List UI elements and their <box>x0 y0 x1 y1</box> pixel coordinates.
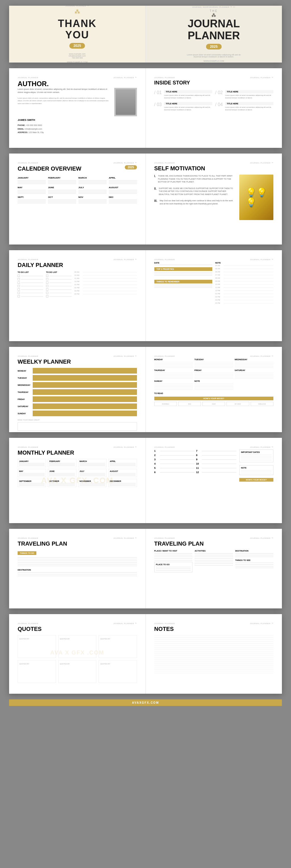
how-was-mood: HOW'S YOUR MOOD? <box>154 397 274 400</box>
todo-5 <box>18 288 43 290</box>
date-label: DATE <box>154 262 213 264</box>
cover-right-website: WWW.EXAMPLE.COM <box>203 60 224 62</box>
month-may: MAY <box>18 469 46 477</box>
cal-august: AUGUST <box>109 186 137 194</box>
weekly-r-monday: MONDAY <box>154 359 193 368</box>
todo-12 <box>46 288 72 290</box>
weekly-monday: MONDAY <box>18 368 137 374</box>
place-to-go-box: PLACE TO GO <box>154 562 193 572</box>
motivation-heading: SELF MOTIVATION <box>154 165 274 172</box>
quote-4: QUOTES BY <box>18 660 56 683</box>
time-col-left: 09 AM 10 AM 11 AM 12 PM 01 PM 02 PM 03 P… <box>74 271 137 298</box>
travel-right-page: Journal Planner JOURNAL PLANNER ™ TRAVEL… <box>146 529 282 609</box>
quotes-heading: QUOTES <box>18 626 137 632</box>
mood-horrible: HORRIBLE <box>154 402 177 406</box>
important-dates-label: IMPORTANT DATES <box>241 451 272 453</box>
inside-title-4: TITLE HERE <box>225 102 273 105</box>
todo-1 <box>18 275 43 277</box>
daily-heading: DAILY PLANNER <box>18 262 137 269</box>
inside-item-1: / 01 TITLE HERE Lorem ipsum dolor sit am… <box>154 90 213 99</box>
cal-july: JULY <box>78 186 106 194</box>
todo-2 <box>18 278 43 280</box>
todo-14 <box>46 295 72 298</box>
inside-desc-4: Lorem ipsum dolor sit amet consectetur a… <box>225 106 273 111</box>
spread-traveling: Journal Planner JOURNAL PLANNER ™ TRAVEL… <box>9 529 282 609</box>
todo-label-1: TO DO LIST <box>18 271 43 273</box>
quote-5: QUOTES BY <box>58 660 97 683</box>
month-december: DECEMBER <box>108 479 137 487</box>
todo-13 <box>46 292 72 294</box>
monthly-numbers-grid: 1 7 2 8 3 9 4 10 5 11 6 12 <box>154 450 237 474</box>
weekly-r-saturday: SATURDAY <box>235 369 274 379</box>
how-was-it-monthly: HOW'S YOUR MOOD? <box>239 478 273 482</box>
quote-3: QUOTES BY <box>99 635 137 658</box>
todo-3 <box>18 281 43 284</box>
how-was-mood-monthly: HOW'S YOUR MOOD? <box>239 478 273 482</box>
weekly-days-left: MONDAY TUESDAY WEDNESDAY THURSDAY FRIDAY… <box>18 368 137 431</box>
cover-left-website: WWW.EXAMPLE.COM <box>67 61 88 63</box>
remember-box: THINGS TO REMEMBER <box>154 280 213 283</box>
spread-calendar: Journal Planner JOURNAL PLANNER ™ CALEND… <box>9 154 282 245</box>
author-bio: Lorem ipsum dolor sit amet, consectetur … <box>18 88 110 116</box>
todo-7 <box>18 295 43 298</box>
monthly-grid: JANUARY FEBRUARY MARCH <box>18 459 137 487</box>
travel-lines-1 <box>18 557 137 566</box>
cal-february: FEBRUARY <box>48 177 76 184</box>
mood-bad: BAD <box>178 402 201 406</box>
cal-dec: DEC <box>109 196 137 203</box>
weekly-sunday: SUNDAY <box>18 410 137 416</box>
quote-2: QUOTES BY <box>58 635 97 658</box>
inside-title-2: TITLE HERE <box>225 90 273 93</box>
weekly-make-best: MAKE YOUR WEEK GREAT <box>18 419 137 431</box>
inside-num-1: / 01 <box>154 90 162 95</box>
inside-num-3: / 03 <box>154 102 162 107</box>
todo-6 <box>18 292 43 294</box>
notes-header: Journal Planner JOURNAL PLANNER ™ <box>154 623 274 624</box>
author-content: Lorem ipsum dolor sit amet, consectetur … <box>18 88 137 116</box>
month-january: JANUARY <box>18 459 46 467</box>
motivation-item-1: I. THANK ME, ENCOURAGE THANKSGIVING TO P… <box>154 175 235 184</box>
month-october: OCTOBER <box>48 479 76 487</box>
monthly-left-page: Journal Planner JOURNAL PLANNER ™ MONTHL… <box>9 438 146 523</box>
travel-right-grid: PLACE I WANT TO VISIT PLACE TO GO <box>154 550 274 572</box>
weekly-r-wednesday: WEDNESDAY <box>235 359 274 368</box>
inside-story-heading: INSIDE STORY <box>154 80 274 86</box>
daily-left-page: Journal Planner JOURNAL PLANNER ™ DAILY … <box>9 250 146 341</box>
inside-item-2: / 02 TITLE HERE Lorem ipsum dolor sit am… <box>215 90 273 99</box>
author-heading: AUTHOR. <box>18 80 137 88</box>
daily-time-col-right: NOTE 04 AM 05 AM 06 AM 07 AM 08 AM 09 AM… <box>215 262 273 305</box>
spread-weekly: Journal Planner JOURNAL PLANNER ™ WEELKY… <box>9 347 282 432</box>
month-november: NOVEMBER <box>78 479 106 487</box>
todo-items-2 <box>46 275 72 298</box>
inside-story-page: Journal Planner JOURNAL PLANNER ™ INSIDE… <box>146 68 282 148</box>
ornament-right: ⁂ <box>212 12 216 18</box>
weekly-r-tuesday: TUESDAY <box>194 359 233 368</box>
todo-4 <box>18 285 43 287</box>
note-label: NOTE <box>215 262 273 264</box>
daily-priority-section: DATE TOP 3 PRIORITIES THINGS TO REMEMBER <box>154 262 213 305</box>
notes-lines <box>154 635 274 673</box>
daily-right-header: Journal Planner JOURNAL PLANNER ™ <box>154 259 274 260</box>
cover-left-page: JOURNAL PLANNER ™ ⁂ THANK YOU 2025 www.e… <box>9 6 146 63</box>
cal-oct: OCT <box>48 196 76 203</box>
inside-item-3: / 03 TITLE HERE Lorem ipsum dolor sit am… <box>154 102 213 111</box>
quotes-page: Journal Planner JOURNAL PLANNER ™ QUOTES… <box>9 614 146 694</box>
cover-right-page: Journal Shop JOURNAL PLANNER ™ 77 THE ⁂ … <box>146 6 282 63</box>
motivation-page: Journal Planner JOURNAL PLANNER ™ SELF M… <box>146 154 282 245</box>
cal-may: MAY <box>18 186 46 194</box>
weekly-right-page: Journal Planner JOURNAL PLANNER ™ MONDAY… <box>146 347 282 432</box>
author-details: PHONE: +00 000 000 0000 EMAIL: info@exam… <box>18 124 137 134</box>
note-box: NOTE <box>239 465 273 475</box>
inside-desc-1: Lorem ipsum dolor sit amet consectetur a… <box>164 94 212 99</box>
daily-right-layout: DATE TOP 3 PRIORITIES THINGS TO REMEMBER… <box>154 262 274 305</box>
author-page: Journal Planner JOURNAL PLANNER ™ AUTHOR… <box>9 68 146 148</box>
motivation-image: 💡💡💡 <box>239 175 273 220</box>
inside-title-1: TITLE HERE <box>164 90 212 93</box>
inside-desc-3: Lorem ipsum dolor sit amet consectetur a… <box>164 106 212 111</box>
avaxgfx-bar: AVAXGFX.COM <box>9 700 282 706</box>
travel-header: Journal Planner JOURNAL PLANNER ™ <box>18 537 137 539</box>
todo-8 <box>46 275 72 277</box>
weekly-left-page: Journal Planner JOURNAL PLANNER ™ WEELKY… <box>9 347 146 432</box>
things-to-see-box: THINGS TO SEE <box>235 559 274 568</box>
month-june: JUNE <box>48 469 76 477</box>
